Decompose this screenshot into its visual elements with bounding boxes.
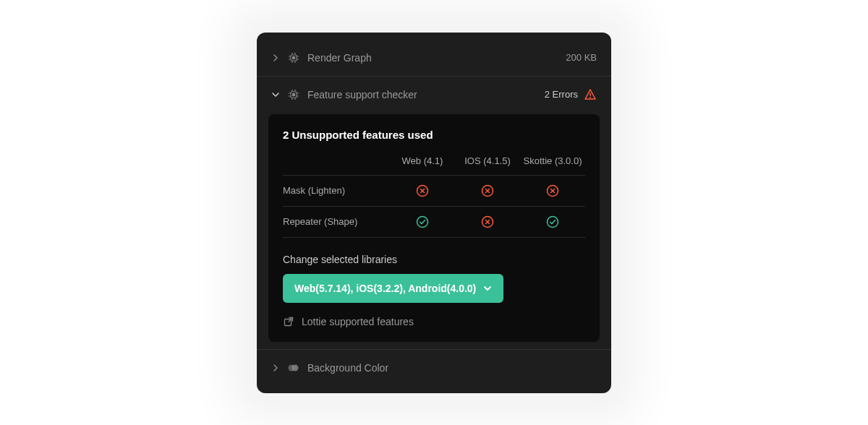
x-circle-icon — [416, 184, 429, 197]
status-cell — [520, 215, 585, 228]
section-label: Feature support checker — [307, 89, 537, 100]
dropdown-label: Web(5.7.14), iOS(3.2.2), Android(4.0.0) — [294, 283, 476, 294]
chevron-right-icon — [271, 364, 280, 372]
status-cell — [455, 184, 520, 197]
section-feature-checker[interactable]: Feature support checker 2 Errors — [257, 80, 611, 110]
divider — [257, 349, 611, 350]
svg-line-37 — [289, 317, 293, 322]
check-circle-icon — [546, 215, 559, 228]
chevron-right-icon — [271, 53, 280, 62]
error-badge: 2 Errors — [545, 88, 597, 101]
svg-point-39 — [292, 364, 299, 371]
chevron-down-icon — [483, 284, 492, 293]
svg-point-31 — [417, 216, 428, 227]
status-cell — [520, 184, 585, 197]
section-background-color[interactable]: Background Color — [257, 353, 611, 383]
chip-icon — [287, 88, 300, 101]
chip-icon — [287, 51, 300, 64]
settings-panel: Render Graph 200 KB Feature support chec… — [257, 33, 611, 393]
table-header: Web (4.1) IOS (4.1.5) Skottie (3.0.0) — [283, 155, 585, 175]
table-row: Repeater (Shape) — [283, 206, 585, 238]
section-label: Background Color — [307, 362, 597, 374]
section-render-graph[interactable]: Render Graph 200 KB — [257, 43, 611, 73]
column-header-ios: IOS (4.1.5) — [455, 155, 520, 166]
check-circle-icon — [416, 215, 429, 228]
section-label: Render Graph — [307, 52, 558, 64]
column-header-web: Web (4.1) — [390, 155, 455, 166]
x-circle-icon — [481, 184, 494, 197]
svg-rect-11 — [292, 93, 295, 96]
external-link-icon — [283, 316, 294, 327]
feature-support-card: 2 Unsupported features used Web (4.1) IO… — [268, 114, 600, 342]
feature-name: Mask (Lighten) — [283, 185, 390, 196]
x-circle-icon — [481, 215, 494, 228]
card-title: 2 Unsupported features used — [283, 129, 585, 141]
file-size-label: 200 KB — [566, 52, 597, 63]
change-libraries-label: Change selected libraries — [283, 254, 585, 265]
divider — [257, 76, 611, 77]
x-circle-icon — [546, 184, 559, 197]
status-cell — [390, 184, 455, 197]
column-header-skottie: Skottie (3.0.0) — [520, 155, 585, 166]
feature-name: Repeater (Shape) — [283, 216, 390, 227]
svg-point-35 — [548, 216, 558, 227]
error-count-text: 2 Errors — [545, 89, 578, 100]
svg-point-21 — [590, 97, 591, 98]
libraries-dropdown-button[interactable]: Web(5.7.14), iOS(3.2.2), Android(4.0.0) — [283, 274, 503, 303]
feature-table: Web (4.1) IOS (4.1.5) Skottie (3.0.0) Ma… — [283, 155, 585, 238]
supported-features-link[interactable]: Lottie supported features — [283, 316, 585, 327]
spacer — [283, 155, 390, 166]
status-cell — [455, 215, 520, 228]
link-text: Lottie supported features — [302, 316, 414, 327]
palette-icon — [287, 361, 300, 374]
status-cell — [390, 215, 455, 228]
chevron-down-icon — [271, 90, 280, 99]
svg-rect-1 — [292, 56, 295, 59]
warning-icon — [584, 88, 597, 101]
table-row: Mask (Lighten) — [283, 175, 585, 206]
